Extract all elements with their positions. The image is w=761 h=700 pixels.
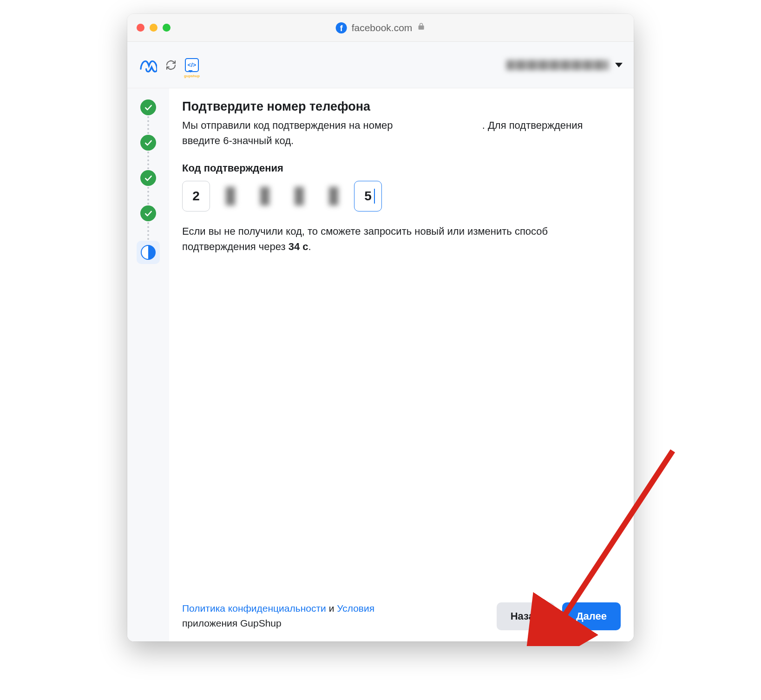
step-2-complete <box>140 135 156 151</box>
back-button[interactable]: Назад <box>497 602 555 630</box>
meta-logo-icon[interactable] <box>138 56 157 74</box>
window-title-bar: f facebook.com <box>127 14 634 42</box>
code-field-label: Код подтверждения <box>182 162 621 174</box>
code-digit-2[interactable] <box>216 181 244 211</box>
maximize-window-button[interactable] <box>163 24 171 32</box>
next-button[interactable]: Далее <box>562 602 621 630</box>
code-digit-1[interactable]: 2 <box>182 181 210 211</box>
lock-icon <box>417 22 425 33</box>
text-cursor <box>374 189 375 204</box>
main-content: Подтвердите номер телефона Мы отправили … <box>169 88 634 641</box>
retry-help-text: Если вы не получили код, то сможете запр… <box>182 224 621 254</box>
app-header: </> gupshup <box>127 42 634 88</box>
close-window-button[interactable] <box>137 24 144 32</box>
footer-buttons: Назад Далее <box>497 602 621 630</box>
browser-window: f facebook.com </> gupshup <box>127 14 634 641</box>
code-digit-4[interactable] <box>285 181 313 211</box>
retry-countdown: 34 с <box>289 241 308 252</box>
stepper-sidebar <box>127 88 169 641</box>
refresh-icon[interactable] <box>165 59 177 71</box>
page-domain: facebook.com <box>352 22 413 33</box>
step-connector <box>147 152 149 169</box>
step-connector <box>147 187 149 205</box>
account-name-redacted <box>506 60 609 70</box>
account-menu[interactable] <box>506 60 623 70</box>
window-traffic-lights <box>137 24 171 32</box>
code-digit-6[interactable]: 5 <box>354 181 382 211</box>
page-title: Подтвердите номер телефона <box>182 99 621 114</box>
gupshup-logo-icon[interactable]: </> gupshup <box>185 58 199 72</box>
footer-legal-text: Политика конфиденциальности и Условия пр… <box>182 601 374 630</box>
footer-app-name: приложения GupShup <box>182 618 282 628</box>
step-3-complete <box>140 170 156 186</box>
step-connector <box>147 116 149 134</box>
half-circle-icon <box>141 245 156 260</box>
page-subtitle: Мы отправили код подтверждения на номер … <box>182 118 621 148</box>
app-body: Подтвердите номер телефона Мы отправили … <box>127 88 634 641</box>
facebook-favicon-icon: f <box>336 22 347 33</box>
terms-link[interactable]: Условия <box>337 603 374 614</box>
code-digit-3[interactable] <box>251 181 279 211</box>
address-bar[interactable]: f facebook.com <box>336 22 426 33</box>
step-4-complete <box>140 205 156 221</box>
chevron-down-icon <box>615 63 623 67</box>
code-digit-5[interactable] <box>320 181 348 211</box>
step-5-current <box>137 241 160 264</box>
step-1-complete <box>140 99 156 115</box>
privacy-policy-link[interactable]: Политика конфиденциальности <box>182 603 326 614</box>
dialog-footer: Политика конфиденциальности и Условия пр… <box>182 592 621 630</box>
minimize-window-button[interactable] <box>150 24 157 32</box>
code-inputs: 2 5 <box>182 181 621 211</box>
app-header-left: </> gupshup <box>138 56 199 74</box>
step-connector <box>147 222 149 240</box>
